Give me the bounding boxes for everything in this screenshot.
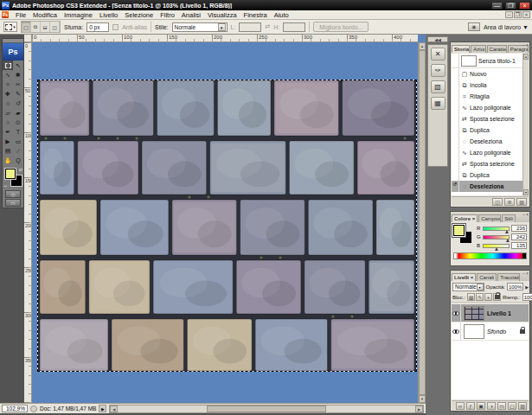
scroll-left-icon[interactable]: ◀ xyxy=(110,405,118,412)
scroll-down-icon[interactable]: ▼ xyxy=(419,395,426,403)
panel-menu-icon[interactable]: ‒ × xyxy=(522,212,529,217)
current-tool-button[interactable]: ▾ xyxy=(3,22,17,32)
pasted-image-selection[interactable] xyxy=(38,80,416,371)
horizontal-ruler[interactable]: 050100150200250300350400450 xyxy=(32,35,418,42)
history-brush-source-box[interactable] xyxy=(452,113,459,124)
history-brush-source-box[interactable] xyxy=(452,169,459,181)
history-state-sposta-selezione[interactable]: ⇄Sposta selezione xyxy=(452,158,522,169)
layer-row-sfondo[interactable]: Sfondo xyxy=(452,322,529,341)
history-state-deseleziona[interactable]: ↺◌Deseleziona xyxy=(452,181,522,192)
lasso-tool[interactable]: ∿ xyxy=(3,70,13,80)
default-colors-icon[interactable]: ▪▫ xyxy=(4,183,8,188)
delete-layer-button[interactable]: ▥ xyxy=(518,402,527,410)
brush-tool[interactable]: ✎ xyxy=(13,89,23,99)
collapsed-panel-tool-presets-button[interactable]: ✕ xyxy=(431,48,445,61)
history-brush-source-box[interactable] xyxy=(452,80,459,91)
history-snapshot-row[interactable]: Senza titolo-1 xyxy=(452,54,522,68)
close-button[interactable]: × xyxy=(519,2,530,10)
doc-close-button[interactable]: × xyxy=(522,11,530,18)
eyedropper-tool[interactable]: ∕ xyxy=(13,146,23,156)
gradient-tool[interactable]: ▰ xyxy=(13,108,23,118)
antialias-checkbox[interactable] xyxy=(112,24,119,30)
layer-thumbnail[interactable] xyxy=(464,306,484,321)
expand-dock-button[interactable]: ◀◀ xyxy=(427,36,448,42)
panel-menu-icon[interactable]: ‒ × xyxy=(522,42,529,48)
layer-style-button[interactable]: ƒ xyxy=(466,402,475,410)
blur-tool[interactable]: ○ xyxy=(3,118,13,127)
crop-tool[interactable]: ⌗ xyxy=(3,80,13,89)
restore-button[interactable]: ❐ xyxy=(505,2,516,10)
clone-stamp-tool[interactable]: ⌂ xyxy=(3,99,13,108)
channel-r-value-input[interactable]: 236 xyxy=(511,225,527,232)
channel-g-value-input[interactable]: 242 xyxy=(511,233,527,240)
channel-g-slider[interactable] xyxy=(483,235,510,239)
history-tab-storia[interactable]: Storia × xyxy=(452,45,470,53)
zoom-tool[interactable]: Q xyxy=(13,156,23,165)
scroll-down-icon[interactable]: ▼ xyxy=(523,189,529,195)
menu-aiuto[interactable]: Aiuto xyxy=(271,10,292,20)
type-tool[interactable]: T xyxy=(13,127,23,137)
history-state-duplica[interactable]: ⧉Duplica xyxy=(452,169,522,181)
foreground-color-swatch[interactable] xyxy=(5,169,16,179)
collapsed-panel-brushes-button[interactable]: ✑ xyxy=(431,64,445,77)
collapsed-panel-histogram-button[interactable]: ▦ xyxy=(431,97,445,110)
layer-visibility-toggle[interactable] xyxy=(452,304,461,322)
history-tab-azioni[interactable]: Azioni xyxy=(471,45,485,53)
doc-restore-button[interactable]: ❐ xyxy=(514,11,522,18)
link-layers-button[interactable]: ∞ xyxy=(456,402,465,410)
pen-tool[interactable]: ✒ xyxy=(3,127,13,137)
healing-brush-tool[interactable]: ✚ xyxy=(3,89,13,99)
layers-tab-tracciati[interactable]: Tracciati xyxy=(497,273,520,281)
workspace-button[interactable]: Area di lavoro ▼ xyxy=(484,24,529,30)
history-brush-source-box[interactable] xyxy=(452,158,459,169)
menu-file[interactable]: File xyxy=(12,10,29,20)
new-layer-button[interactable]: ▢ xyxy=(508,402,516,410)
layers-tab-canali[interactable]: Canali xyxy=(477,273,497,281)
notes-tool[interactable]: ▤ xyxy=(3,146,13,156)
quick-mask-button[interactable]: ◎ xyxy=(5,190,21,198)
menu-livello[interactable]: Livello xyxy=(96,10,121,20)
lock-all-button[interactable] xyxy=(493,293,501,301)
lock-pixels-button[interactable]: ✎ xyxy=(476,293,484,301)
blend-mode-select[interactable]: Normale ▾ xyxy=(452,283,484,291)
fill-input[interactable]: 100% xyxy=(522,293,532,301)
new-snapshot-button[interactable]: ⊚ xyxy=(504,198,515,206)
selection-add-button[interactable]: ⧉ xyxy=(31,22,41,32)
slider-thumb[interactable] xyxy=(505,230,509,233)
scroll-up-icon[interactable]: ▲ xyxy=(419,42,426,50)
feather-input[interactable]: 0 px xyxy=(87,22,109,32)
channel-r-slider[interactable] xyxy=(483,227,510,231)
canvas[interactable] xyxy=(32,42,418,403)
history-brush-source-box[interactable] xyxy=(452,124,459,136)
history-state-sposta-selezione[interactable]: ⇄Sposta selezione xyxy=(452,113,522,124)
add-layer-mask-button[interactable]: ▣ xyxy=(477,402,485,410)
history-state-incolla[interactable]: ⧉Incolla xyxy=(452,80,522,91)
scroll-right-icon[interactable]: ▶ xyxy=(415,405,423,412)
dodge-tool[interactable]: ⊙ xyxy=(13,118,23,127)
swap-colors-icon[interactable]: ⇄ xyxy=(19,167,22,172)
move-tool[interactable]: ↖ xyxy=(13,61,23,70)
horizontal-scrollbar[interactable]: ◀ ▶ xyxy=(109,405,424,413)
selection-new-button[interactable]: ▢ xyxy=(22,22,31,32)
history-brush-tool[interactable]: ↺ xyxy=(13,99,23,108)
color-tab-colore[interactable]: Colore × xyxy=(452,214,478,222)
history-state-deseleziona[interactable]: ◌Deseleziona xyxy=(452,136,522,147)
selection-subtract-button[interactable]: ⊟ xyxy=(41,22,50,32)
history-state-nuovo[interactable]: ▢Nuovo xyxy=(452,68,522,80)
lock-position-button[interactable]: + xyxy=(484,293,492,301)
eraser-tool[interactable]: ▱ xyxy=(3,108,13,118)
collapsed-panel-clone-source-button[interactable]: ▧ xyxy=(431,80,445,93)
menu-immagine[interactable]: Immagine xyxy=(61,10,96,20)
vertical-ruler[interactable]: 050100150200250300350400 xyxy=(24,42,32,403)
history-state-ritaglia[interactable]: ⌗Ritaglia xyxy=(452,91,522,102)
menu-finestra[interactable]: Finestra xyxy=(240,10,271,20)
layer-row-livello-1[interactable]: Livello 1 xyxy=(452,304,529,322)
history-brush-source-box[interactable] xyxy=(452,68,459,80)
menu-analisi[interactable]: Analisi xyxy=(178,10,204,20)
new-group-button[interactable]: ▭ xyxy=(497,402,506,410)
menu-filtro[interactable]: Filtro xyxy=(157,10,178,20)
foreground-color-swatch[interactable] xyxy=(453,225,465,236)
history-brush-source-box[interactable] xyxy=(452,147,459,158)
history-brush-source-box[interactable] xyxy=(452,54,459,67)
adjustment-layer-button[interactable]: ◑ xyxy=(487,402,496,410)
